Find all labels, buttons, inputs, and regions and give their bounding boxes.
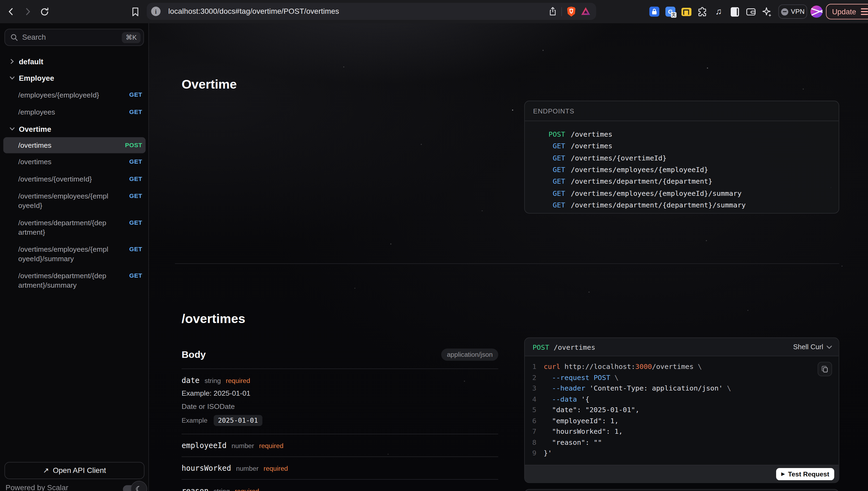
vpn-status-icon — [781, 8, 788, 16]
sidebar-item[interactable]: /overtimes/employees/{employeeId}GET — [0, 187, 149, 214]
update-button[interactable]: Update — [826, 4, 868, 19]
url-text[interactable]: localhost:3000/docs#tag/overtime/POST/ov… — [168, 7, 549, 16]
tag-title: Overtime — [181, 77, 237, 92]
test-request-button[interactable]: ▶ Test Request — [776, 468, 834, 480]
endpoint-method: GET — [525, 201, 565, 209]
profile-avatar[interactable] — [810, 5, 822, 18]
field-example-value[interactable]: 2025-01-01 — [214, 415, 262, 426]
powered-by-scalar[interactable]: Powered by Scalar — [5, 484, 68, 491]
chevron-down-icon — [9, 126, 15, 132]
puzzle-icon — [697, 6, 708, 17]
field-description: Date or ISODate — [181, 402, 498, 410]
sidebar-item[interactable]: /overtimes/{overtimeId}GET — [0, 170, 149, 188]
line-number: 4 — [532, 395, 536, 403]
line-number: 9 — [532, 449, 536, 457]
leo-ai-button[interactable] — [761, 6, 772, 17]
sidebar-item[interactable]: /overtimesGET — [0, 153, 149, 170]
sidebar-item[interactable]: /overtimes/department/{department}GET — [0, 214, 149, 241]
field-example-label: Example — [181, 417, 207, 425]
brave-rewards-button[interactable] — [581, 7, 591, 16]
sidebar-item-path: /employees — [18, 107, 55, 117]
translate-extension[interactable]: G文 — [665, 6, 676, 17]
lock-icon — [651, 8, 657, 15]
endpoint-method: GET — [525, 189, 565, 197]
sidebar-item[interactable]: /employees/{employeeId}GET — [0, 86, 149, 104]
sidebar-item[interactable]: /overtimes/employees/{employeeId}/summar… — [0, 241, 149, 267]
field-type: number — [236, 465, 258, 473]
content-type-badge[interactable]: application/json — [441, 349, 498, 361]
method-badge: GET — [129, 175, 142, 182]
copy-button[interactable] — [818, 362, 832, 376]
code-token — [610, 373, 614, 382]
method-badge: GET — [129, 109, 142, 115]
sidebar-item[interactable]: /employeesGET — [0, 104, 149, 121]
reload-icon — [39, 7, 49, 17]
bookmark-button[interactable] — [127, 4, 143, 19]
field-type: string — [204, 377, 221, 384]
endpoint-row[interactable]: GET/overtimes/employees/{employeeId}/sum… — [525, 187, 839, 199]
dark-mode-moon-icon[interactable]: ☾ — [131, 481, 147, 491]
menu-icon[interactable] — [861, 8, 868, 15]
address-bar[interactable]: i localhost:3000/docs#tag/overtime/POST/… — [147, 3, 596, 20]
endpoint-row[interactable]: GET/overtimes/{overtimeId} — [525, 152, 839, 164]
folder-icon — [681, 7, 692, 16]
wallet-button[interactable] — [745, 6, 756, 17]
endpoint-row[interactable]: POST/overtimes — [525, 128, 839, 140]
code-token: /overtimes — [652, 363, 698, 371]
sidebar-section-label: default — [19, 57, 44, 66]
endpoint-row[interactable]: GET/overtimes/department/{department} — [525, 176, 839, 187]
chevron-right-icon — [9, 59, 15, 64]
sidebar-item-path: /overtimes/employees/{employeeId}/summar… — [18, 244, 109, 263]
endpoint-row[interactable]: GET/overtimes/employees/{employeeId} — [525, 164, 839, 176]
code-panel-footer: ▶ Test Request — [525, 465, 839, 483]
field-divider — [181, 479, 498, 480]
sparkle-icon — [761, 6, 772, 17]
share-button[interactable] — [549, 7, 557, 16]
sidebar-item-path: /overtimes/{overtimeId} — [18, 174, 92, 184]
endpoint-row[interactable]: GET/overtimes/department/{department}/su… — [525, 199, 839, 211]
media-extension[interactable]: ♫ — [713, 6, 724, 17]
code-line: 4 --data '{ — [532, 394, 839, 405]
reload-button[interactable] — [36, 4, 52, 19]
endpoint-method: GET — [525, 177, 565, 185]
line-number: 3 — [532, 384, 536, 393]
code-token: --header — [552, 384, 585, 393]
sidebar-item[interactable]: /overtimes/department/{department}/summa… — [0, 267, 149, 294]
endpoint-row[interactable]: GET/overtimes — [525, 140, 839, 152]
sidebar-toggle-button[interactable] — [729, 6, 740, 17]
search-input[interactable]: Search ⌘K — [4, 29, 144, 46]
line-number: 8 — [532, 438, 536, 446]
next-panel-edge — [524, 489, 839, 491]
body-heading: Body — [181, 349, 206, 360]
endpoint-path: /overtimes/department/{department} — [571, 177, 712, 185]
sidebar-item-path: /overtimes/employees/{employeeId} — [18, 192, 109, 210]
sidebar-section-Overtime[interactable]: Overtime — [0, 121, 149, 137]
endpoint-path: /overtimes/employees/{employeeId} — [571, 166, 708, 174]
forward-button[interactable] — [20, 4, 35, 19]
code-token: \ — [698, 363, 702, 371]
bat-triangle-icon — [581, 7, 591, 16]
play-icon: ▶ — [781, 471, 785, 476]
password-manager-extension[interactable] — [649, 6, 660, 17]
brave-shields-button[interactable] — [566, 6, 577, 17]
code-line: 3 --header 'Content-Type: application/js… — [532, 383, 839, 394]
language-selector[interactable]: Shell Curl — [793, 343, 832, 351]
notes-extension[interactable] — [681, 6, 692, 17]
code-method: POST — [533, 343, 550, 351]
extensions-button[interactable] — [697, 6, 708, 17]
search-shortcut: ⌘K — [122, 32, 141, 43]
sidebar-section-Employee[interactable]: Employee — [0, 70, 149, 86]
field-row: employeeIdnumberrequired — [181, 441, 498, 450]
sidebar-item[interactable]: /overtimesPOST — [3, 137, 145, 153]
back-button[interactable] — [3, 4, 19, 19]
line-number: 6 — [532, 416, 536, 425]
copy-icon — [821, 366, 828, 373]
sidebar-section-default[interactable]: default — [0, 53, 149, 70]
share-icon — [549, 7, 557, 16]
vpn-button[interactable]: VPN — [778, 4, 807, 19]
site-info-icon[interactable]: i — [151, 7, 161, 16]
open-api-client-button[interactable]: ↗ Open API Client — [4, 462, 144, 479]
sidebar-item-path: /overtimes/department/{department}/summa… — [18, 271, 109, 290]
wallet-icon — [745, 7, 756, 17]
body-heading-row: Body application/json — [181, 349, 498, 361]
